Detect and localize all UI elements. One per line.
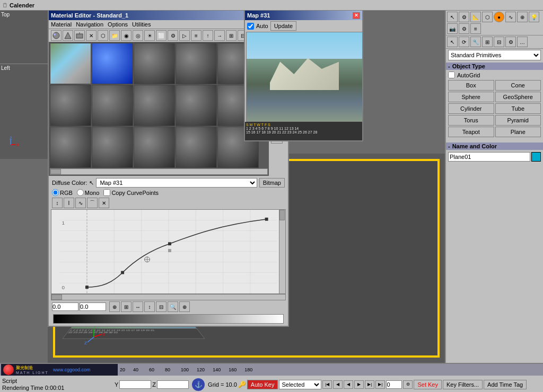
go-end-btn[interactable]: ▶| xyxy=(375,380,385,389)
curve-vscrollbar[interactable] xyxy=(279,210,285,293)
go-start-btn[interactable]: |◀ xyxy=(322,380,332,389)
rgb-radio[interactable] xyxy=(52,189,59,196)
torus-button[interactable]: Torus xyxy=(448,115,494,126)
auto-checkbox[interactable] xyxy=(247,23,254,30)
options2-btn[interactable]: ⚙ xyxy=(168,30,178,41)
rp-btn-6[interactable]: ∿ xyxy=(505,12,516,22)
rp-btn-11[interactable]: ≡ xyxy=(470,23,481,34)
cylinder-button[interactable]: Cylinder xyxy=(448,103,494,114)
rp-btn-5[interactable]: ● xyxy=(494,12,504,22)
show-end-btn[interactable]: ◎ xyxy=(133,30,143,41)
settings-btn[interactable]: ⚙ xyxy=(403,380,413,389)
rp-btn-4[interactable]: ⬡ xyxy=(482,12,493,22)
bitmap-button[interactable]: Bitmap xyxy=(259,178,285,188)
sphere-cell-7[interactable] xyxy=(92,85,133,126)
plane-name-input[interactable] xyxy=(448,152,530,162)
value-input-1[interactable] xyxy=(52,302,78,311)
map-close-button[interactable]: ✕ xyxy=(353,12,360,19)
set-key-button[interactable]: Set Key xyxy=(414,380,442,389)
add-time-tag-button[interactable]: Add Time Tag xyxy=(484,380,527,389)
mono-radio[interactable] xyxy=(77,189,84,196)
map-dropdown[interactable]: Map #31 xyxy=(96,178,257,188)
navigate-btn[interactable]: ↑ xyxy=(203,30,213,41)
sphere-button[interactable]: Sphere xyxy=(448,92,494,102)
rp-btn2-5[interactable]: ⊟ xyxy=(494,37,504,47)
delete-btn[interactable]: ✕ xyxy=(99,198,109,208)
curve-tool-btn[interactable]: ∿ xyxy=(75,198,86,208)
rp-btn-2[interactable]: ⚙ xyxy=(459,12,469,22)
box-button[interactable]: Box xyxy=(448,80,494,91)
backlight-btn[interactable]: ☀ xyxy=(144,30,155,41)
sphere-cell-6[interactable] xyxy=(50,85,91,126)
sphere-cell-4[interactable] xyxy=(176,43,217,84)
rp-btn2-2[interactable]: ⟳ xyxy=(459,37,469,47)
update-button[interactable]: Update xyxy=(270,21,296,31)
obj-type-collapse[interactable]: - xyxy=(448,63,450,69)
scale-btn[interactable]: I xyxy=(64,198,74,208)
options5-btn[interactable]: ⊞ xyxy=(226,30,237,41)
copy-checkbox[interactable] xyxy=(103,189,110,196)
play-forward-btn[interactable]: ▶ xyxy=(354,380,364,389)
sphere-cell-11[interactable] xyxy=(50,127,91,168)
rgb-option[interactable]: RGB xyxy=(52,189,73,196)
primitives-dropdown[interactable]: Standard Primitives xyxy=(448,50,541,60)
sphere-cell-texture[interactable] xyxy=(50,43,91,84)
tool-btn-5[interactable]: ⊟ xyxy=(156,301,167,312)
prev-frame-btn[interactable]: ◀ xyxy=(333,380,343,389)
2d-map-btn[interactable]: ⬜ xyxy=(156,30,167,41)
sphere-cell-13[interactable] xyxy=(134,127,175,168)
mat-menu-options[interactable]: Options xyxy=(108,21,128,28)
color-swatch[interactable] xyxy=(531,152,541,162)
corner-btn[interactable]: ⌒ xyxy=(87,198,98,208)
put-to-scene-btn[interactable] xyxy=(63,30,73,41)
autogrid-checkbox[interactable] xyxy=(448,72,455,78)
rp-btn-7[interactable]: ⊕ xyxy=(517,12,528,22)
key-filters-button[interactable]: Key Filters... xyxy=(443,380,483,389)
rp-btn2-3[interactable]: 🔧 xyxy=(470,37,481,47)
tool-btn-3[interactable]: ↔ xyxy=(133,301,143,312)
pyramid-button[interactable]: Pyramid xyxy=(495,115,541,126)
pick-material-btn[interactable] xyxy=(51,30,62,41)
rp-btn2-1[interactable]: ↖ xyxy=(447,37,458,47)
selected-dropdown[interactable]: Selected xyxy=(279,380,321,389)
sphere-cell-3[interactable] xyxy=(134,43,175,84)
mat-menu-navigation[interactable]: Navigation xyxy=(76,21,103,28)
frame-input[interactable] xyxy=(386,380,402,389)
sphere-cell-8[interactable] xyxy=(134,85,175,126)
teapot-button[interactable]: Teapot xyxy=(448,127,494,137)
tool-btn-4[interactable]: ↕ xyxy=(144,301,155,312)
make-unique-btn[interactable]: ⬡ xyxy=(98,30,108,41)
play-back-btn[interactable]: ◀ xyxy=(344,380,353,389)
value-input-2[interactable] xyxy=(80,302,106,311)
tube-button[interactable]: Tube xyxy=(495,103,541,114)
rp-btn2-7[interactable]: … xyxy=(517,37,528,47)
copy-option[interactable]: Copy CurvePoints xyxy=(103,189,159,196)
options3-btn[interactable]: ≡ xyxy=(191,30,202,41)
put-to-lib-btn[interactable]: 📁 xyxy=(109,30,120,41)
z-input[interactable] xyxy=(157,380,189,389)
plane-button[interactable]: Plane xyxy=(495,127,541,137)
curve-scrollbar-h[interactable] xyxy=(51,294,286,300)
show-map-btn[interactable]: ◉ xyxy=(121,30,132,41)
auto-key-button[interactable]: Auto Key xyxy=(247,380,278,389)
sphere-cell-9[interactable] xyxy=(176,85,217,126)
geosphere-button[interactable]: GeoSphere xyxy=(495,92,541,102)
sphere-cell-12[interactable] xyxy=(92,127,133,168)
rp-btn2-4[interactable]: ⊞ xyxy=(482,37,493,47)
options4-btn[interactable]: → xyxy=(214,30,225,41)
tool-btn-1[interactable]: ⊕ xyxy=(109,301,120,312)
sphere-cell-blue[interactable] xyxy=(92,43,133,84)
tool-btn-6[interactable]: 🔍 xyxy=(168,301,178,312)
name-color-collapse[interactable]: - xyxy=(448,143,450,149)
assign-material-btn[interactable] xyxy=(74,30,85,41)
tool-btn-7[interactable]: ⊕ xyxy=(179,301,190,312)
mat-menu-utilities[interactable]: Utilities xyxy=(132,21,151,28)
mono-option[interactable]: Mono xyxy=(77,189,100,196)
cone-button[interactable]: Cone xyxy=(495,80,541,91)
move-point-btn[interactable]: ↕ xyxy=(52,198,63,208)
video-btn[interactable]: ▷ xyxy=(179,30,190,41)
rp-btn-9[interactable]: 📷 xyxy=(447,23,458,34)
rp-btn-10[interactable]: ⚙ xyxy=(459,23,469,34)
rp-btn2-6[interactable]: ⚙ xyxy=(505,37,516,47)
y-input[interactable] xyxy=(119,380,151,389)
